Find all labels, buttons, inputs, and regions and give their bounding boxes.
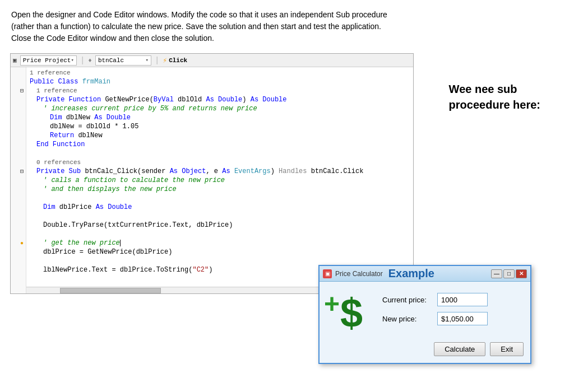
annotation-text: Wee nee sub proceedure here: xyxy=(449,81,540,113)
calculator-buttons: Calculate Exit xyxy=(320,340,530,363)
code-line-9: End Function xyxy=(30,140,413,149)
code-line-5: ' increases current price by 5% and retu… xyxy=(30,104,413,113)
lightning-icon: ⚡ xyxy=(163,56,167,65)
project-dropdown[interactable]: Price Project ▾ xyxy=(20,55,77,66)
method-dropdown[interactable]: btnCalc ▾ xyxy=(95,55,151,66)
code-line-13: ' calls a function to calculate the new … xyxy=(30,176,413,185)
code-line-1: 1 reference xyxy=(30,68,413,77)
editor-toolbar: ▣ Price Project ▾ | ♦ btnCalc ▾ | ⚡ Clic… xyxy=(11,54,413,67)
close-button[interactable]: ✕ xyxy=(516,269,527,278)
gutter-9 xyxy=(11,140,26,149)
maximize-button[interactable]: □ xyxy=(503,269,515,278)
new-price-row: New price: xyxy=(382,312,524,325)
gutter-13 xyxy=(11,176,26,185)
gutter-15 xyxy=(11,194,26,203)
gutter-10 xyxy=(11,149,26,158)
code-lines[interactable]: 1 reference Public Class frmMain 1 refer… xyxy=(26,67,413,293)
gutter-18 xyxy=(11,221,26,230)
gutter-5 xyxy=(11,104,26,113)
gutter-6 xyxy=(11,113,26,122)
click-indicator: ⚡ Click xyxy=(163,56,187,65)
code-line-blank2 xyxy=(30,194,413,203)
project-icon: ▣ xyxy=(13,57,17,64)
gutter-21 xyxy=(11,248,26,256)
gutter-22 xyxy=(11,256,26,265)
gutter-17 xyxy=(11,212,26,221)
code-line-14: ' and then displays the new price xyxy=(30,185,413,194)
code-line-blank4 xyxy=(30,230,413,239)
gutter-warning: ● xyxy=(11,239,26,248)
gutter-4 xyxy=(11,95,26,104)
code-line-8: Return dblNew xyxy=(30,131,413,140)
project-dropdown-arrow: ▾ xyxy=(71,57,73,63)
code-line-11: 0 references xyxy=(30,158,413,167)
gutter-19 xyxy=(11,230,26,239)
calculator-fields: Current price: New price: xyxy=(382,288,524,333)
dollar-icon: + $ xyxy=(326,293,377,333)
gutter-23 xyxy=(11,265,26,274)
calculate-button[interactable]: Calculate xyxy=(434,342,485,356)
current-price-label: Current price: xyxy=(382,296,433,304)
dollar-sign: $ xyxy=(340,293,363,333)
click-label: Click xyxy=(169,57,187,64)
gutter-11 xyxy=(11,158,26,167)
window-controls: — □ ✕ xyxy=(491,269,527,278)
toolbar-sep2: | xyxy=(155,56,159,65)
code-line-6: Dim dblNew As Double xyxy=(30,113,413,122)
plus-sign: + xyxy=(324,291,340,318)
code-line-blank1 xyxy=(30,149,413,158)
gutter-7 xyxy=(11,122,26,131)
gutter-2 xyxy=(11,77,26,86)
method-dropdown-arrow: ▾ xyxy=(145,57,148,63)
exit-button[interactable]: Exit xyxy=(490,342,524,356)
gutter-8 xyxy=(11,131,26,140)
method-icon: ♦ xyxy=(88,57,92,64)
line-gutter: ⊟ ⊟ ● xyxy=(11,67,26,293)
code-line-7: dblNew = dblOld * 1.05 xyxy=(30,122,413,131)
code-line-16: Dim dblPrice As Double xyxy=(30,203,413,212)
intro-paragraph: Open the designer and Code Editor window… xyxy=(0,0,404,50)
code-line-12: Private Sub btnCalc_Click(sender As Obje… xyxy=(30,167,413,176)
project-dropdown-label: Price Project xyxy=(23,57,71,64)
price-calculator-window: ▣ Price Calculator Example — □ ✕ + $ Cur… xyxy=(318,265,531,364)
gutter-16 xyxy=(11,203,26,212)
calculator-titlebar: ▣ Price Calculator Example — □ ✕ xyxy=(320,266,530,282)
current-price-input[interactable] xyxy=(437,293,488,306)
minimize-button[interactable]: — xyxy=(491,269,502,278)
method-dropdown-label: btnCalc xyxy=(98,57,124,64)
code-line-21: dblPrice = GetNewPrice(dblPrice) xyxy=(30,248,413,256)
new-price-label: New price: xyxy=(382,315,433,323)
code-line-blank3 xyxy=(30,212,413,221)
toolbar-sep1: | xyxy=(80,56,85,65)
window-title: Example xyxy=(388,267,434,280)
code-content-area[interactable]: ⊟ ⊟ ● 1 reference Public xyxy=(11,67,413,293)
app-name: Price Calculator xyxy=(335,270,383,278)
gutter-collapse-2[interactable]: ⊟ xyxy=(11,167,26,176)
code-line-2: Public Class frmMain xyxy=(30,77,413,86)
code-line-3: 1 reference xyxy=(30,86,413,95)
gutter-1 xyxy=(11,68,26,77)
scroll-thumb[interactable] xyxy=(60,288,161,293)
calculator-body: + $ Current price: New price: xyxy=(320,282,530,340)
code-line-blank5 xyxy=(30,256,413,265)
current-price-row: Current price: xyxy=(382,293,524,306)
code-line-18: Double.TryParse(txtCurrentPrice.Text, db… xyxy=(30,221,413,230)
code-editor-window: ▣ Price Project ▾ | ♦ btnCalc ▾ | ⚡ Clic… xyxy=(10,53,414,294)
new-price-input[interactable] xyxy=(437,312,488,325)
app-icon: ▣ xyxy=(323,269,332,278)
code-line-4: Private Function GetNewPrice(ByVal dblOl… xyxy=(30,95,413,104)
code-line-20: ' get the new price xyxy=(30,239,413,248)
gutter-14 xyxy=(11,185,26,194)
gutter-collapse-1[interactable]: ⊟ xyxy=(11,86,26,95)
